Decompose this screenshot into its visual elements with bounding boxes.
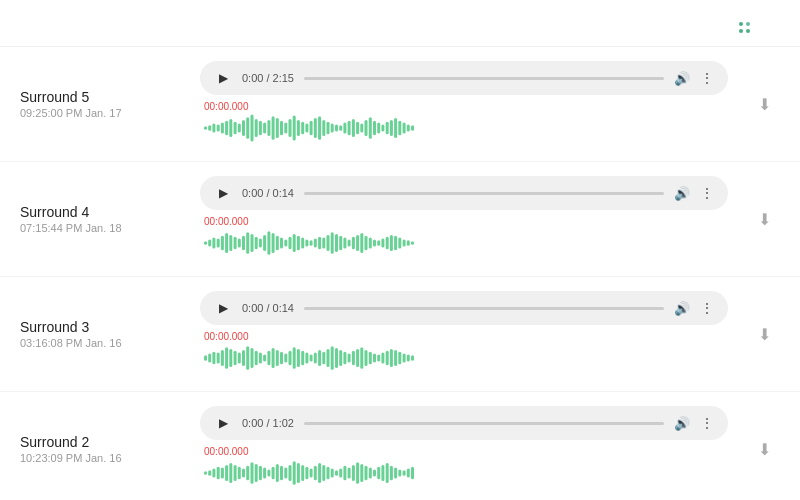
- svg-rect-135: [352, 351, 355, 365]
- svg-rect-49: [411, 125, 414, 130]
- svg-rect-149: [411, 355, 414, 360]
- svg-rect-102: [212, 352, 215, 365]
- svg-rect-118: [280, 352, 283, 365]
- download-button[interactable]: ⬇: [748, 203, 780, 235]
- svg-rect-169: [284, 468, 287, 479]
- svg-rect-38: [365, 120, 368, 136]
- more-options-icon[interactable]: ⋮: [700, 415, 714, 431]
- svg-rect-142: [381, 353, 384, 364]
- svg-rect-24: [305, 124, 308, 133]
- more-options-icon[interactable]: ⋮: [700, 300, 714, 316]
- svg-rect-199: [411, 467, 414, 480]
- play-button[interactable]: ▶: [214, 414, 232, 432]
- svg-rect-28: [322, 120, 325, 136]
- progress-track[interactable]: [304, 192, 664, 195]
- svg-rect-126: [314, 353, 317, 364]
- svg-rect-96: [398, 238, 401, 249]
- svg-rect-4: [221, 123, 224, 134]
- svg-rect-66: [272, 233, 275, 253]
- svg-rect-42: [381, 124, 384, 131]
- svg-rect-55: [225, 233, 228, 253]
- svg-rect-196: [398, 469, 401, 476]
- progress-track[interactable]: [304, 422, 664, 425]
- download-button[interactable]: ⬇: [748, 88, 780, 120]
- download-button[interactable]: ⬇: [748, 433, 780, 465]
- more-options-icon[interactable]: ⋮: [700, 185, 714, 201]
- grid-icon[interactable]: [739, 22, 750, 33]
- progress-track[interactable]: [304, 77, 664, 80]
- svg-rect-184: [348, 468, 351, 479]
- close-button[interactable]: [762, 18, 780, 36]
- svg-rect-173: [301, 465, 304, 481]
- time-display: 0:00 / 0:14: [242, 302, 294, 314]
- recording-info: Surround 4 07:15:44 PM Jan. 18: [20, 204, 180, 234]
- svg-rect-105: [225, 347, 228, 369]
- svg-rect-93: [386, 237, 389, 250]
- svg-rect-20: [289, 119, 292, 137]
- download-button[interactable]: ⬇: [748, 318, 780, 350]
- svg-rect-53: [217, 239, 220, 248]
- audio-bar: ▶ 0:00 / 1:02 🔊 ⋮: [200, 406, 728, 440]
- svg-rect-62: [255, 237, 258, 250]
- volume-icon[interactable]: 🔊: [674, 416, 690, 431]
- svg-rect-41: [377, 123, 380, 134]
- svg-rect-116: [272, 348, 275, 368]
- svg-rect-115: [267, 351, 270, 365]
- svg-rect-123: [301, 351, 304, 365]
- waveform-area: 00:00.000: [200, 329, 728, 377]
- svg-rect-97: [403, 239, 406, 246]
- svg-rect-129: [327, 349, 330, 367]
- svg-rect-182: [339, 469, 342, 478]
- recording-date: 07:15:44 PM Jan. 18: [20, 222, 180, 234]
- svg-rect-69: [284, 239, 287, 246]
- svg-rect-114: [263, 354, 266, 361]
- svg-rect-124: [305, 353, 308, 364]
- play-button[interactable]: ▶: [214, 299, 232, 317]
- volume-icon[interactable]: 🔊: [674, 186, 690, 201]
- svg-rect-154: [221, 468, 224, 479]
- svg-rect-30: [331, 124, 334, 133]
- svg-rect-70: [289, 237, 292, 250]
- svg-rect-43: [386, 122, 389, 135]
- volume-icon[interactable]: 🔊: [674, 71, 690, 86]
- svg-rect-35: [352, 119, 355, 137]
- svg-rect-131: [335, 348, 338, 368]
- svg-rect-74: [305, 239, 308, 246]
- waveform-visual: [204, 113, 724, 153]
- recording-player: ▶ 0:00 / 0:14 🔊 ⋮ 00:00.000: [200, 291, 728, 377]
- svg-rect-192: [381, 465, 384, 481]
- progress-track[interactable]: [304, 307, 664, 310]
- svg-rect-187: [360, 464, 363, 482]
- recording-name: Surround 4: [20, 204, 180, 220]
- svg-rect-95: [394, 236, 397, 250]
- svg-rect-186: [356, 462, 359, 484]
- svg-rect-178: [322, 465, 325, 481]
- waveform-visual: [204, 228, 724, 268]
- more-options-icon[interactable]: ⋮: [700, 70, 714, 86]
- svg-rect-13: [259, 121, 262, 135]
- svg-rect-172: [297, 463, 300, 483]
- svg-rect-46: [398, 121, 401, 135]
- svg-rect-11: [251, 115, 254, 142]
- svg-rect-140: [373, 354, 376, 363]
- svg-rect-21: [293, 115, 296, 140]
- app-container: Surround 5 09:25:00 PM Jan. 17 ▶ 0:00 / …: [0, 0, 800, 485]
- download-icon: ⬇: [758, 95, 771, 114]
- svg-rect-34: [348, 121, 351, 135]
- recording-item: Surround 4 07:15:44 PM Jan. 18 ▶ 0:00 / …: [0, 162, 800, 277]
- volume-icon[interactable]: 🔊: [674, 301, 690, 316]
- recording-item: Surround 5 09:25:00 PM Jan. 17 ▶ 0:00 / …: [0, 47, 800, 162]
- play-button[interactable]: ▶: [214, 184, 232, 202]
- svg-rect-153: [217, 467, 220, 480]
- svg-rect-61: [251, 234, 254, 252]
- waveform-visual: [204, 458, 724, 485]
- svg-rect-17: [276, 118, 279, 138]
- svg-rect-15: [267, 120, 270, 136]
- svg-rect-166: [272, 467, 275, 480]
- svg-rect-3: [217, 124, 220, 131]
- svg-rect-161: [251, 462, 254, 484]
- svg-rect-147: [403, 354, 406, 363]
- play-button[interactable]: ▶: [214, 69, 232, 87]
- svg-rect-113: [259, 353, 262, 364]
- svg-rect-104: [221, 350, 224, 366]
